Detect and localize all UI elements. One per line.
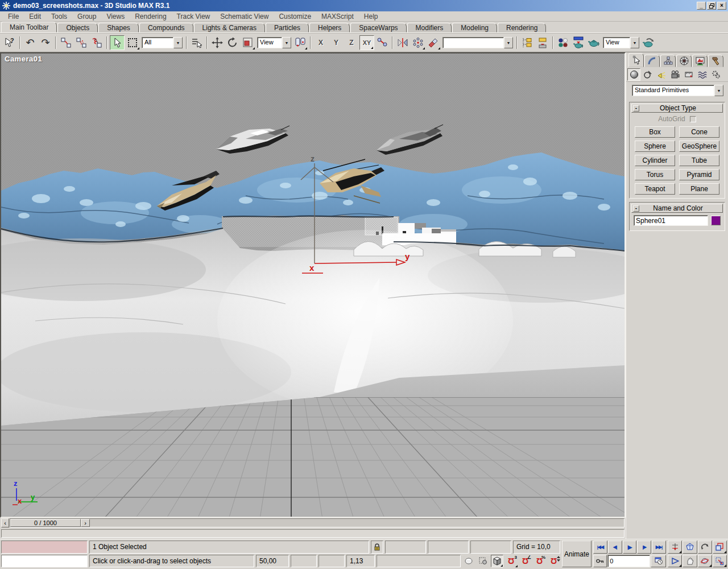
menu-views[interactable]: Views xyxy=(102,12,129,21)
snap-toggle[interactable] xyxy=(491,555,503,568)
menu-maxscript[interactable]: MAXScript xyxy=(317,12,358,21)
current-frame-field[interactable]: 0 xyxy=(607,555,650,568)
restore-button[interactable] xyxy=(707,2,716,10)
category-shapes-button[interactable] xyxy=(641,68,654,81)
next-frame-button[interactable]: |▶ xyxy=(637,541,651,554)
sphere-button[interactable]: Sphere xyxy=(635,141,675,152)
zoom-extents-button[interactable] xyxy=(682,541,697,554)
region-zoom-button[interactable] xyxy=(713,555,727,568)
object-type-rollout-header[interactable]: - Object Type xyxy=(631,104,723,113)
geosphere-button[interactable]: GeoSphere xyxy=(679,141,719,152)
collapse-icon[interactable]: - xyxy=(633,205,639,212)
category-spacewarps-button[interactable] xyxy=(696,68,709,81)
array-button[interactable] xyxy=(411,35,425,50)
restrict-xy-plane-button[interactable]: XY xyxy=(359,35,374,50)
category-cameras-button[interactable] xyxy=(668,68,681,81)
tab-motion[interactable] xyxy=(676,55,692,67)
category-geometry-button[interactable] xyxy=(627,68,640,81)
restrict-y-button[interactable]: Y xyxy=(329,35,344,50)
key-mode-toggle[interactable] xyxy=(593,555,607,568)
zoom-button[interactable] xyxy=(668,541,682,554)
menu-rendering[interactable]: Rendering xyxy=(130,12,171,21)
select-object-button[interactable] xyxy=(110,35,125,50)
menu-customize[interactable]: Customize xyxy=(274,12,316,21)
undo-button[interactable]: ↶ xyxy=(23,35,38,50)
dropdown-arrow-icon[interactable]: ▼ xyxy=(282,37,291,48)
camera-viewport[interactable]: z y x z y x xyxy=(0,52,626,518)
selection-filter-dropdown[interactable]: All ▼ xyxy=(142,37,183,48)
tab-create[interactable] xyxy=(628,53,644,67)
angle-snap-toggle[interactable]: Ω ∠ xyxy=(519,555,532,568)
listener-script-line[interactable] xyxy=(1,555,88,568)
timeline-prev-button[interactable]: ‹ xyxy=(1,518,9,527)
render-last-button[interactable] xyxy=(641,35,656,50)
play-button[interactable]: ▶ xyxy=(623,541,637,554)
arc-rotate-button[interactable] xyxy=(698,541,712,554)
quick-render-button[interactable] xyxy=(586,35,601,50)
tab-shapes[interactable]: Shapes xyxy=(98,23,139,32)
cylinder-button[interactable]: Cylinder xyxy=(635,155,675,166)
dropdown-arrow-icon[interactable]: ▼ xyxy=(173,37,183,48)
render-type-dropdown[interactable]: View ▼ xyxy=(603,37,639,48)
bind-to-spacewarp-button[interactable] xyxy=(89,35,104,50)
tab-lights-cameras[interactable]: Lights & Cameras xyxy=(194,23,265,32)
tab-hierarchy[interactable] xyxy=(660,55,676,67)
select-and-scale-button[interactable] xyxy=(241,35,255,50)
percent-snap-toggle[interactable]: Ω % xyxy=(533,555,546,568)
min-max-toggle-button[interactable] xyxy=(713,541,727,554)
arc-rotate-selected-button[interactable] xyxy=(698,555,712,568)
material-editor-button[interactable] xyxy=(556,35,570,50)
timeline-next-button[interactable]: › xyxy=(81,519,90,527)
tab-modify[interactable] xyxy=(644,55,660,67)
redo-button[interactable]: ↷ xyxy=(38,35,53,50)
timeline-track[interactable]: 0 / 1000 › xyxy=(10,518,624,527)
name-color-rollout-header[interactable]: - Name and Color xyxy=(631,204,723,213)
menu-track-view[interactable]: Track View xyxy=(172,12,215,21)
pyramid-button[interactable]: Pyramid xyxy=(679,169,719,180)
animate-button[interactable]: Animate xyxy=(562,541,592,567)
plane-button[interactable]: Plane xyxy=(679,183,719,195)
rectangular-selection-region-button[interactable] xyxy=(125,35,140,50)
help-mode-button[interactable]: ? xyxy=(2,35,17,50)
selection-lock-toggle[interactable] xyxy=(371,541,383,554)
tube-button[interactable]: Tube xyxy=(679,155,719,166)
draft-render-toggle[interactable] xyxy=(462,555,475,568)
pan-button[interactable] xyxy=(682,555,697,568)
autogrid-checkbox[interactable] xyxy=(690,116,696,122)
menu-file[interactable]: File xyxy=(3,12,23,21)
unlink-selection-button[interactable] xyxy=(74,35,89,50)
tab-rendering[interactable]: Rendering xyxy=(498,23,546,32)
tab-modifiers[interactable]: Modifiers xyxy=(407,23,452,32)
tab-compounds[interactable]: Compounds xyxy=(139,23,193,32)
menu-edit[interactable]: Edit xyxy=(24,12,46,21)
dropdown-arrow-icon[interactable]: ▼ xyxy=(630,37,639,48)
tab-helpers[interactable]: Helpers xyxy=(309,23,350,32)
select-and-rotate-button[interactable] xyxy=(225,35,240,50)
restrict-x-button[interactable]: X xyxy=(313,35,328,50)
field-of-view-button[interactable] xyxy=(668,555,682,568)
object-name-field[interactable]: Sphere01 xyxy=(634,215,708,226)
restrict-z-button[interactable]: Z xyxy=(344,35,359,50)
tab-particles[interactable]: Particles xyxy=(266,23,309,32)
category-systems-button[interactable] xyxy=(709,68,722,81)
collapse-icon[interactable]: - xyxy=(633,105,639,112)
teapot-button[interactable]: Teapot xyxy=(635,183,675,195)
menu-schematic-view[interactable]: Schematic View xyxy=(216,12,273,21)
listener-macro-recorder[interactable] xyxy=(1,541,88,554)
align-button[interactable] xyxy=(426,35,441,50)
menu-help[interactable]: Help xyxy=(359,12,383,21)
select-and-link-button[interactable] xyxy=(59,35,73,50)
time-slider[interactable]: 0 / 1000 xyxy=(10,519,81,527)
object-color-swatch[interactable] xyxy=(711,216,721,225)
dropdown-arrow-icon[interactable]: ▼ xyxy=(504,37,513,48)
tab-objects[interactable]: Objects xyxy=(57,23,98,32)
open-schematic-view-button[interactable] xyxy=(535,35,550,50)
tab-display[interactable] xyxy=(692,55,708,67)
spinner-snap-toggle[interactable]: Ω xyxy=(548,555,560,568)
category-lights-button[interactable] xyxy=(655,68,668,81)
cone-button[interactable]: Cone xyxy=(679,126,719,138)
select-by-name-button[interactable] xyxy=(189,35,204,50)
box-button[interactable]: Box xyxy=(635,126,675,138)
track-bar[interactable] xyxy=(0,528,626,539)
dropdown-arrow-icon[interactable]: ▼ xyxy=(714,85,723,96)
